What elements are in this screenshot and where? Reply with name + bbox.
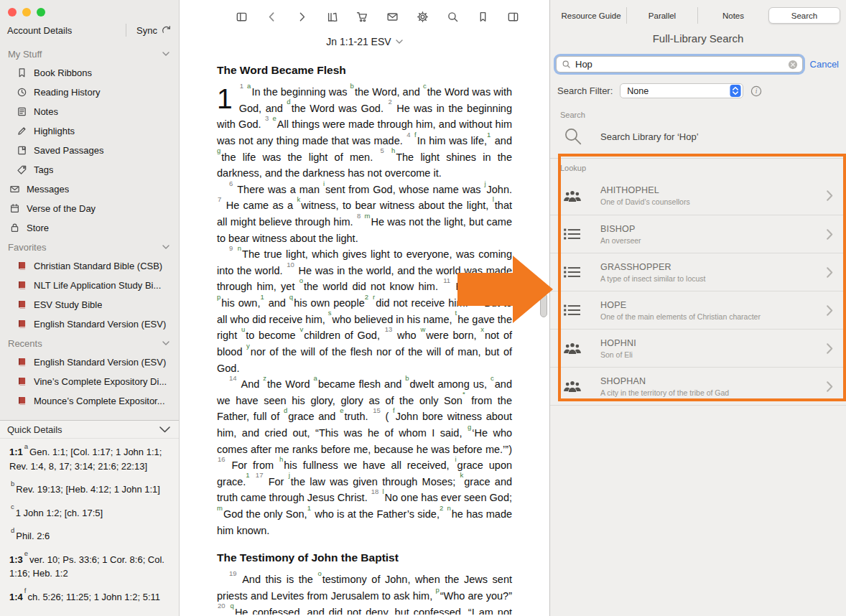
- reference-selector[interactable]: Jn 1:1-21 ESV: [326, 36, 402, 47]
- footnote-marker[interactable]: c: [423, 82, 427, 90]
- footnote-marker[interactable]: f: [393, 406, 395, 414]
- sync-button[interactable]: Sync: [136, 25, 172, 36]
- cancel-button[interactable]: Cancel: [810, 59, 839, 70]
- footnote-marker[interactable]: o: [299, 276, 303, 284]
- footnote-marker[interactable]: a: [314, 374, 317, 382]
- cart-icon[interactable]: [356, 11, 368, 23]
- footnote-marker[interactable]: m: [365, 212, 371, 220]
- footnote-marker[interactable]: i: [323, 179, 325, 187]
- footnote-marker[interactable]: h: [391, 146, 395, 154]
- library-icon[interactable]: [326, 11, 338, 23]
- footnote-marker[interactable]: 1: [246, 471, 249, 479]
- footnote-marker[interactable]: *: [462, 390, 465, 398]
- lookup-item-bishop[interactable]: BISHOPAn overseer: [550, 215, 846, 253]
- footnote-marker[interactable]: e: [340, 406, 343, 414]
- footnote-marker[interactable]: q: [231, 602, 234, 610]
- footnote-marker[interactable]: f: [414, 131, 417, 139]
- sidebar-item-book-ribbons[interactable]: Book Ribbons: [0, 63, 179, 83]
- footnote-marker[interactable]: u: [241, 325, 245, 333]
- footnote-marker[interactable]: 2: [440, 504, 443, 512]
- footnote-marker[interactable]: s: [328, 309, 332, 317]
- sidebar-item-christian-standard-bible-csb[interactable]: Christian Standard Bible (CSB): [0, 256, 179, 276]
- zoom-window-button[interactable]: [37, 8, 45, 17]
- footnote-marker[interactable]: e: [273, 114, 276, 122]
- sidebar-item-verse-of-the-day[interactable]: Verse of the Day: [0, 199, 179, 218]
- footnote-marker[interactable]: w: [420, 325, 425, 333]
- sidebar-item-english-standard-version-esv[interactable]: English Standard Version (ESV): [0, 353, 179, 372]
- lookup-item-ahithophel[interactable]: AHITHOPHELOne of David’s counsellors: [550, 177, 846, 215]
- footnote-marker[interactable]: n: [238, 244, 241, 252]
- sidebar-item-reading-history[interactable]: Reading History: [0, 83, 179, 102]
- panel-left-icon[interactable]: [236, 11, 248, 23]
- sidebar-item-vine-s-complete-expository-di[interactable]: Vine’s Complete Expository Di...: [0, 372, 179, 391]
- bookmark-icon[interactable]: [477, 11, 489, 23]
- sidebar-item-english-standard-version-esv[interactable]: English Standard Version (ESV): [0, 314, 179, 334]
- search-field[interactable]: [556, 56, 803, 73]
- footnote-marker[interactable]: 1: [307, 504, 311, 512]
- search-library-row[interactable]: Search Library for ‘Hop’: [550, 119, 846, 158]
- close-window-button[interactable]: [8, 8, 17, 17]
- tab-parallel[interactable]: Parallel: [626, 7, 697, 24]
- pane-drag-handle[interactable]: [540, 293, 547, 317]
- clear-search-icon[interactable]: [788, 60, 798, 70]
- footnote-marker[interactable]: i: [455, 455, 456, 463]
- footnote-marker[interactable]: d: [284, 406, 287, 414]
- footnote-marker[interactable]: z: [263, 374, 266, 382]
- sidebar-section-header-favorites[interactable]: Favorites: [0, 238, 179, 256]
- sidebar-item-mounce-s-complete-expositor[interactable]: Mounce’s Complete Expositor...: [0, 391, 179, 411]
- footnote-marker[interactable]: j: [484, 179, 485, 187]
- sidebar-item-saved-passages[interactable]: Saved Passages: [0, 141, 179, 160]
- minimize-window-button[interactable]: [22, 8, 31, 17]
- sidebar-item-nlt-life-application-study-bi[interactable]: NLT Life Application Study Bi...: [0, 276, 179, 295]
- footnote-marker[interactable]: c: [491, 374, 494, 382]
- chevron-right-icon[interactable]: [296, 11, 308, 23]
- lookup-item-hope[interactable]: HOPEOne of the main elements of Christia…: [550, 291, 846, 329]
- search-icon[interactable]: [447, 11, 459, 23]
- footnote-marker[interactable]: a: [247, 82, 251, 90]
- chevron-left-icon[interactable]: [266, 11, 278, 23]
- footnote-marker[interactable]: t: [455, 309, 457, 317]
- footnote-marker[interactable]: m: [217, 504, 223, 512]
- footnote-marker[interactable]: o: [317, 569, 321, 577]
- sidebar-item-tags[interactable]: Tags: [0, 160, 179, 179]
- footnote-marker[interactable]: n: [447, 504, 450, 512]
- tab-search[interactable]: Search: [768, 7, 840, 24]
- footnote-marker[interactable]: l: [382, 487, 384, 495]
- footnote-marker[interactable]: h: [279, 455, 283, 463]
- footnote-marker[interactable]: v: [299, 325, 303, 333]
- lookup-item-shophan[interactable]: SHOPHANA city in the territory of the tr…: [550, 367, 846, 405]
- sidebar-item-notes[interactable]: Notes: [0, 102, 179, 121]
- account-details-button[interactable]: Account Details: [7, 25, 72, 36]
- footnote-marker[interactable]: p: [217, 293, 220, 301]
- mail-icon[interactable]: [386, 11, 399, 23]
- quick-details-header[interactable]: Quick Details: [0, 421, 179, 439]
- sidebar-item-highlights[interactable]: Highlights: [0, 121, 179, 141]
- gear-icon[interactable]: [417, 11, 429, 23]
- footnote-marker[interactable]: g: [468, 423, 471, 431]
- sidebar-item-esv-study-bible[interactable]: ESV Study Bible: [0, 295, 179, 314]
- footnote-marker[interactable]: 1: [260, 293, 264, 301]
- footnote-marker[interactable]: p: [435, 586, 439, 594]
- lookup-item-grasshopper[interactable]: GRASSHOPPERA type of insect similar to l…: [550, 253, 846, 291]
- lookup-item-hophni[interactable]: HOPHNISon of Eli: [550, 329, 846, 367]
- footnote-marker[interactable]: y: [246, 342, 250, 350]
- search-input[interactable]: [575, 59, 784, 70]
- footnote-marker[interactable]: k: [297, 195, 301, 203]
- footnote-marker[interactable]: r: [373, 293, 375, 301]
- footnote-marker[interactable]: l: [493, 195, 494, 203]
- sidebar-item-store[interactable]: Store: [0, 218, 179, 238]
- footnote-marker[interactable]: 2: [365, 293, 368, 301]
- footnote-marker[interactable]: g: [217, 146, 220, 154]
- sidebar-item-messages[interactable]: Messages: [0, 179, 179, 199]
- filter-select[interactable]: None: [620, 83, 743, 98]
- footnote-marker[interactable]: d: [287, 98, 290, 106]
- sidebar-section-header-recents[interactable]: Recents: [0, 334, 179, 353]
- footnote-marker[interactable]: x: [480, 325, 484, 333]
- footnote-marker[interactable]: b: [350, 82, 354, 90]
- info-icon[interactable]: i: [750, 85, 762, 97]
- footnote-marker[interactable]: j: [289, 471, 290, 479]
- sidebar-section-header-my-stuff[interactable]: My Stuff: [0, 45, 179, 63]
- footnote-marker[interactable]: k: [460, 471, 464, 479]
- footnote-marker[interactable]: q: [289, 293, 293, 301]
- tab-resource-guide[interactable]: Resource Guide: [556, 7, 626, 24]
